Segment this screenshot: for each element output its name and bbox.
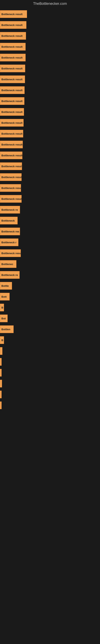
bar-label: Bottle [1,284,9,288]
bottleneck-bar: Bottleneck result [0,162,22,170]
bottleneck-bar: Bottleneck r [0,238,18,246]
bars-container: Bottleneck resultBottleneck resultBottle… [0,8,100,414]
bottleneck-bar: Bottleneck resu [0,249,21,257]
bar-label: Bottleneck result [1,110,22,114]
bar-row: Bottleneck result [0,172,100,182]
bottleneck-bar [0,380,2,388]
bar-label: Bottleneck result [1,24,22,26]
bar-label: Bottleneck result [1,56,22,59]
bar-label: Bottleneck result [1,89,22,92]
bottleneck-bar: Bottle [0,282,12,290]
bar-label: Bottleneck [1,219,15,222]
bar-row: Bottleneck result [0,194,100,204]
bottleneck-bar: Bottleneck result [0,97,24,105]
bottleneck-bar: | [0,369,1,376]
bottleneck-bar [0,347,2,355]
bar-label: Bottleneck result [1,13,22,16]
bar-row: Bottleneck result [0,162,100,171]
bar-label: Bottleneck resu [1,186,21,190]
bottleneck-bar: Bottleneck re [0,271,20,279]
bar-row: Bot [0,314,100,323]
bottleneck-bar: Bottleneck result [0,173,22,181]
bar-label: Bottleneck result [1,78,22,81]
bar-label: Bottleneck result [1,34,22,38]
bar-row: Bottleneck re [0,205,100,214]
bottleneck-bar: Bottleneck result [0,141,23,148]
bar-label: Bottleneck result [1,154,22,157]
bottleneck-bar: Bottleneck result [0,108,24,116]
bar-label: Bottleneck result [1,45,22,48]
bar-label: Bot [1,317,6,320]
bar-row: Bottleneck re [0,270,100,280]
bar-label: Bottleneck resu [1,252,21,255]
bar-row [0,401,100,410]
bar-row: Bottleneck resu [0,248,100,258]
bar-row: Bottleneck result [0,129,100,138]
bottleneck-bar: Bottleneck result [0,152,22,159]
bar-row: | [0,368,100,377]
bar-row: Bottleneck result [0,42,100,51]
bar-label: Bottleneck r [1,241,16,244]
bar-label: Bottleneck res [1,230,19,233]
bottleneck-bar: Bottleneck result [0,43,26,50]
bar-row: Bott [0,292,100,301]
bottleneck-bar: Bottleneck result [0,32,26,40]
bottleneck-bar: Bottlen [0,326,14,333]
bottleneck-bar: B [0,336,4,344]
bar-label: Bottleneck result [1,67,22,70]
bar-row [0,379,100,388]
bottleneck-bar: Bottleneck result [0,119,24,126]
bottleneck-bar [0,402,1,409]
bottleneck-bar: B [0,304,4,311]
bar-row: Bottleneck res [0,227,100,236]
bar-row [0,357,100,366]
bottleneck-bar: Bottleneck re [0,206,20,214]
bar-row: Bottle [0,281,100,290]
bottleneck-bar: Bott [0,293,10,300]
bar-row: Bottleneck result [0,10,100,19]
bar-row: Bottleneck resu [0,183,100,192]
bar-label: Bottleneck re [1,208,18,211]
site-title: TheBottlenecker.com [0,0,100,8]
bar-label: Bottleneck result [1,165,22,168]
bar-label: Bott [1,295,7,298]
bar-row: Bottleneck result [0,20,100,30]
bar-row: Bottleneck result [0,64,100,73]
bottleneck-bar [0,391,1,398]
bar-row [0,390,100,399]
bottleneck-bar: Bottleneck [0,217,18,224]
bar-label: Bottleneck result [1,143,22,146]
bottleneck-bar: Bottleneck result [0,86,25,94]
bottleneck-bar [0,358,1,366]
bar-row: Bottlenec [0,260,100,269]
bottleneck-bar: Bottleneck resu [0,184,21,192]
bar-label: Bottleneck result [1,100,22,103]
bar-row: Bottleneck result [0,86,100,95]
bar-label: Bottleneck result [1,121,22,124]
bottleneck-bar: Bottleneck result [0,130,23,138]
bottleneck-bar: Bottleneck res [0,228,20,235]
bar-label: Bottlen [1,328,10,331]
bar-row: B [0,303,100,312]
bar-row: Bottlen [0,324,100,334]
bottleneck-bar: Bottlenec [0,260,16,268]
bar-label: Bottleneck result [1,132,22,135]
bar-row: Bottleneck result [0,140,100,149]
bar-row: Bottleneck result [0,75,100,84]
bar-label: Bottleneck re [1,274,18,276]
bottleneck-bar: Bottleneck result [0,195,22,203]
bar-row: Bottleneck result [0,31,100,40]
bottleneck-bar: Bottleneck result [0,54,26,62]
bar-row: Bottleneck result [0,151,100,160]
bar-label: Bottleneck result [1,198,22,200]
bar-row: Bottleneck result [0,107,100,116]
bottleneck-bar: Bottleneck result [0,64,25,72]
bar-label: B [1,306,3,309]
bottleneck-bar: Bottleneck result [0,76,25,83]
bottleneck-bar: Bot [0,314,8,322]
bar-row: Bottleneck [0,216,100,225]
bar-label: B [1,339,3,342]
bar-row [0,346,100,356]
bar-row: B [0,336,100,345]
bottleneck-bar: Bottleneck result [0,10,27,18]
